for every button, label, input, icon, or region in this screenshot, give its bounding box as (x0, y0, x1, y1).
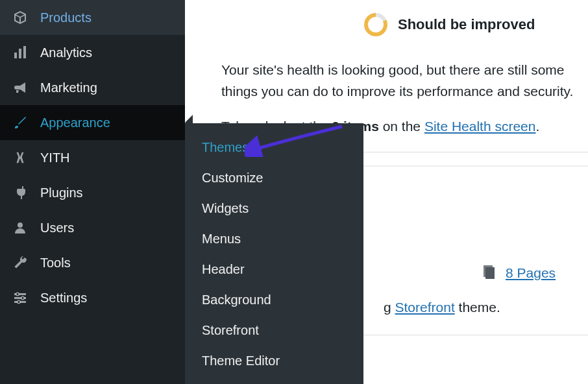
brush-icon (12, 114, 29, 131)
svg-rect-2 (14, 53, 17, 58)
sidebar-item-analytics[interactable]: Analytics (0, 35, 185, 70)
wrench-icon (12, 254, 29, 271)
sidebar-item-marketing[interactable]: Marketing (0, 70, 185, 105)
submenu-item-menus[interactable]: Menus (185, 224, 363, 254)
admin-sidebar: Products Analytics Marketing Appearance … (0, 0, 185, 384)
megaphone-icon (12, 79, 29, 96)
box-icon (12, 9, 29, 26)
plug-icon (12, 184, 29, 201)
svg-point-9 (16, 293, 19, 295)
submenu-item-header[interactable]: Header (185, 254, 363, 285)
theme-link[interactable]: Storefront (395, 300, 455, 315)
health-title: Should be improved (398, 16, 535, 33)
submenu-item-storefront[interactable]: Storefront (185, 315, 363, 346)
submenu-item-background[interactable]: Background (185, 285, 363, 315)
svg-rect-1 (485, 267, 495, 279)
health-progress-icon (364, 13, 387, 36)
svg-rect-3 (19, 49, 21, 58)
sidebar-item-label: Appearance (40, 115, 110, 130)
health-description: Your site's health is looking good, but … (221, 60, 588, 102)
submenu-item-widgets[interactable]: Widgets (185, 193, 363, 224)
sidebar-item-users[interactable]: Users (0, 210, 185, 245)
site-health-link[interactable]: Site Health screen (424, 119, 536, 134)
sidebar-item-label: Settings (40, 291, 87, 306)
health-take-mid: on the (379, 119, 424, 134)
sidebar-item-label: Plugins (40, 186, 83, 200)
pages-stack-icon (481, 264, 496, 283)
sidebar-item-label: Users (40, 221, 74, 235)
current-theme-text: g Storefront theme. (384, 300, 588, 315)
svg-point-10 (21, 296, 24, 299)
yith-icon (12, 149, 29, 166)
submenu-item-customize[interactable]: Customize (185, 163, 363, 193)
sidebar-item-label: Tools (40, 256, 71, 270)
svg-point-11 (18, 300, 20, 303)
sidebar-item-settings[interactable]: Settings (0, 280, 185, 315)
site-health-summary: Should be improved (364, 13, 588, 36)
pages-summary: 8 Pages (481, 264, 588, 283)
health-take-suffix: . (535, 119, 539, 134)
submenu-item-theme-editor[interactable]: Theme Editor (185, 346, 363, 376)
user-icon (12, 219, 29, 236)
sidebar-item-label: Marketing (40, 80, 97, 95)
appearance-submenu: Themes Customize Widgets Menus Header Ba… (185, 123, 363, 384)
svg-rect-4 (23, 46, 26, 58)
svg-point-5 (18, 222, 23, 228)
sidebar-item-label: Analytics (40, 45, 92, 60)
sliders-icon (12, 289, 29, 306)
sidebar-item-plugins[interactable]: Plugins (0, 175, 185, 210)
pages-link[interactable]: 8 Pages (506, 265, 556, 281)
submenu-item-themes[interactable]: Themes (185, 132, 363, 163)
sidebar-item-yith[interactable]: YITH (0, 140, 185, 175)
theme-suffix: theme. (455, 300, 500, 315)
sidebar-item-tools[interactable]: Tools (0, 245, 185, 280)
theme-prefix: g (384, 300, 395, 315)
bar-chart-icon (12, 44, 29, 61)
sidebar-item-label: YITH (40, 150, 70, 165)
sidebar-item-products[interactable]: Products (0, 0, 185, 35)
sidebar-item-appearance[interactable]: Appearance (0, 105, 185, 140)
sidebar-item-label: Products (40, 10, 92, 25)
